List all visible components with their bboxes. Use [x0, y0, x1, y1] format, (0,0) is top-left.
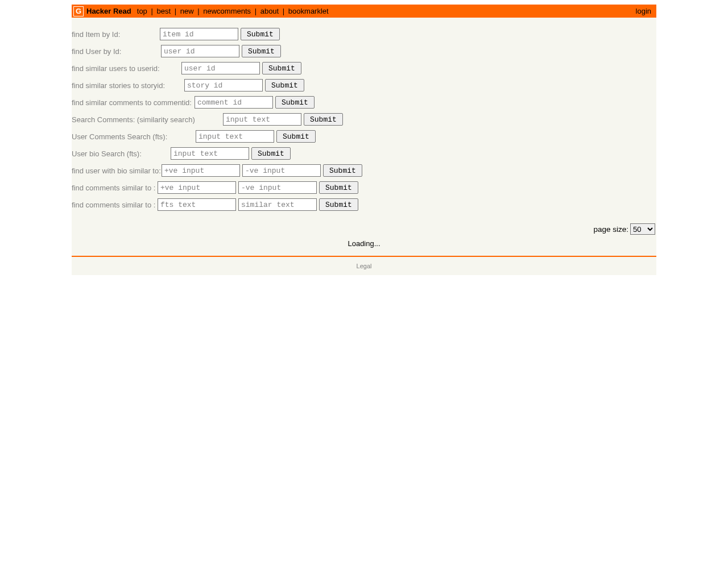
find-comments-similar-b-label: find comments similar to :	[72, 201, 158, 209]
nav-sep: |	[197, 7, 199, 15]
search-comments-input[interactable]	[223, 113, 301, 126]
nav-sep: |	[255, 7, 257, 15]
similar-stories-label: find similar stories to storyid:	[72, 81, 184, 90]
find-comments-similar-a-submit[interactable]: Submit	[319, 181, 358, 194]
nav-new[interactable]: new	[180, 7, 194, 15]
row-user-bio-search: User bio Search (fts): Submit	[72, 145, 656, 162]
nav-newcomments[interactable]: newcomments	[203, 7, 251, 15]
find-item-input[interactable]	[160, 28, 238, 40]
find-comments-similar-a-label: find comments similar to :	[72, 184, 158, 192]
row-similar-stories: find similar stories to storyid: Submit	[72, 77, 656, 94]
find-item-submit[interactable]: Submit	[241, 28, 280, 40]
nav: top | best | new | newcomments | about |…	[137, 7, 329, 15]
similar-users-submit[interactable]: Submit	[262, 62, 301, 74]
user-bio-search-submit[interactable]: Submit	[251, 147, 291, 160]
nav-about[interactable]: about	[260, 7, 279, 15]
similar-stories-input[interactable]	[184, 79, 263, 92]
site-title[interactable]: Hacker Read	[86, 7, 131, 15]
similar-comments-submit[interactable]: Submit	[275, 96, 315, 109]
page-size-bar: page size: 50	[72, 221, 656, 238]
loading-text: Loading...	[72, 238, 656, 252]
nav-best[interactable]: best	[157, 7, 171, 15]
find-comments-similar-a-neg-input[interactable]	[238, 181, 317, 194]
find-user-bio-similar-neg-input[interactable]	[242, 164, 321, 177]
similar-users-label: find similar users to userid:	[72, 64, 181, 73]
similar-comments-input[interactable]	[195, 96, 273, 109]
site-logo-icon[interactable]: G	[73, 6, 84, 16]
row-find-comments-similar-a: find comments similar to : Submit	[72, 179, 656, 196]
user-comments-search-label: User Comments Search (fts):	[72, 132, 196, 141]
row-find-item: find Item by Id: Submit	[72, 26, 656, 43]
row-find-comments-similar-b: find comments similar to : Submit	[72, 196, 656, 213]
nav-top[interactable]: top	[137, 7, 147, 15]
nav-bookmarklet[interactable]: bookmarklet	[288, 7, 329, 15]
find-comments-similar-b-sim-input[interactable]	[238, 198, 317, 211]
header-left: G Hacker Read top | best | new | newcomm…	[73, 6, 329, 16]
user-bio-search-label: User bio Search (fts):	[72, 149, 171, 158]
row-similar-users: find similar users to userid: Submit	[72, 60, 656, 77]
find-user-bio-similar-submit[interactable]: Submit	[323, 164, 362, 177]
find-user-bio-similar-pos-input[interactable]	[162, 164, 240, 177]
find-comments-similar-a-pos-input[interactable]	[158, 181, 236, 194]
user-comments-search-submit[interactable]: Submit	[276, 130, 316, 143]
row-user-comments-search: User Comments Search (fts): Submit	[72, 128, 656, 145]
nav-sep: |	[175, 7, 176, 15]
forms-area: find Item by Id: Submit find User by Id:…	[72, 18, 656, 221]
search-comments-submit[interactable]: Submit	[304, 113, 343, 126]
find-user-submit[interactable]: Submit	[242, 45, 281, 57]
row-find-user: find User by Id: Submit	[72, 43, 656, 60]
footer-legal-link[interactable]: Legal	[357, 263, 372, 269]
user-comments-search-input[interactable]	[196, 130, 274, 143]
search-comments-label: Search Comments: (similarity search)	[72, 115, 223, 124]
row-search-comments: Search Comments: (similarity search) Sub…	[72, 111, 656, 128]
header-right: login	[636, 7, 655, 15]
find-user-bio-similar-label: find user with bio similar to:	[72, 167, 162, 175]
user-bio-search-input[interactable]	[171, 147, 249, 160]
find-item-label: find Item by Id:	[72, 30, 160, 39]
page-size-select[interactable]: 50	[630, 223, 655, 235]
footer: Legal	[72, 257, 656, 275]
find-comments-similar-b-submit[interactable]: Submit	[319, 198, 358, 211]
find-user-input[interactable]	[161, 45, 239, 57]
login-link[interactable]: login	[636, 7, 651, 15]
header-bar: G Hacker Read top | best | new | newcomm…	[72, 5, 656, 18]
page-size-label: page size:	[593, 225, 628, 234]
logo-letter: G	[76, 7, 81, 15]
nav-sep: |	[283, 7, 284, 15]
row-similar-comments: find similar comments to commentid: Subm…	[72, 94, 656, 111]
row-find-user-bio-similar: find user with bio similar to: Submit	[72, 162, 656, 179]
similar-stories-submit[interactable]: Submit	[265, 79, 304, 92]
similar-comments-label: find similar comments to commentid:	[72, 98, 195, 107]
similar-users-input[interactable]	[181, 62, 260, 74]
find-comments-similar-b-fts-input[interactable]	[158, 198, 236, 211]
nav-sep: |	[151, 7, 152, 15]
find-user-label: find User by Id:	[72, 47, 161, 56]
